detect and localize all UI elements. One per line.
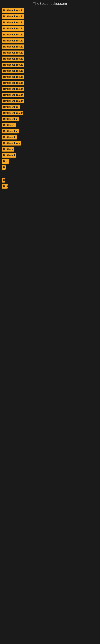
bottleneck-result-badge[interactable]: Bottleneck result: [1, 62, 24, 67]
bottleneck-result-badge[interactable]: Bottlenec: [1, 123, 16, 128]
list-item: Bottleneck: [0, 135, 100, 140]
bottleneck-result-badge[interactable]: Bottleneck r: [1, 129, 19, 134]
bottleneck-result-badge[interactable]: Bottleneck result: [1, 44, 24, 49]
bottleneck-result-badge[interactable]: Bottleneck result: [1, 99, 24, 103]
list-item: B: [0, 165, 100, 170]
list-item: B: [0, 178, 100, 183]
bottleneck-result-badge[interactable]: Bottlens: [1, 147, 14, 152]
list-item: Bottleneck result: [0, 62, 100, 68]
list-item: Bott: [0, 184, 100, 190]
list-item: Bottleneck r: [0, 117, 100, 122]
list-item: Bottleneck result: [0, 81, 100, 86]
site-title: TheBottlenecker.com: [0, 0, 100, 8]
list-item: Bot: [0, 159, 100, 164]
bottleneck-result-badge[interactable]: Bottleneck result: [1, 8, 24, 13]
bottleneck-result-badge[interactable]: Bottleneck result: [1, 20, 24, 25]
list-item: Bottleneck result: [0, 50, 100, 56]
list-item: Bottleneck re: [0, 105, 100, 110]
bottleneck-result-badge[interactable]: Bottleneck: [1, 153, 16, 158]
bottleneck-result-badge[interactable]: Bottleneck result: [1, 32, 24, 37]
list-item: Bottleneck: [0, 153, 100, 158]
bottleneck-result-badge[interactable]: Bottleneck result: [1, 38, 24, 43]
list-item: Bottleneck result: [0, 44, 100, 50]
bottleneck-result-badge[interactable]: Bottleneck res: [1, 141, 21, 146]
bottleneck-result-badge[interactable]: Bottleneck result: [1, 111, 23, 115]
list-item: Bottleneck result: [0, 56, 100, 62]
list-item: Bottleneck result: [0, 8, 100, 14]
list-item: Bottleneck result: [0, 26, 100, 32]
bottleneck-result-badge[interactable]: Bottleneck result: [1, 56, 24, 61]
list-item: Bottleneck result: [0, 38, 100, 44]
list-item: Bottleneck result: [0, 69, 100, 74]
list-item: Bottleneck r: [0, 129, 100, 134]
list-item: [0, 171, 100, 177]
bottleneck-result-badge[interactable]: Bottleneck result: [1, 69, 24, 73]
bottleneck-result-badge[interactable]: Bot: [1, 159, 9, 164]
bottleneck-result-badge[interactable]: B: [1, 165, 6, 170]
list-item: Bottleneck result: [0, 32, 100, 38]
bottleneck-result-badge[interactable]: Bott: [1, 184, 8, 188]
list-item: Bottleneck result: [0, 14, 100, 20]
bottleneck-result-badge[interactable]: Bottleneck result: [1, 75, 24, 79]
list-item: Bottleneck result: [0, 99, 100, 104]
bottleneck-result-badge[interactable]: Bottleneck result: [1, 14, 24, 19]
list-item: Bottleneck result: [0, 20, 100, 26]
bottleneck-result-badge[interactable]: B: [1, 178, 5, 182]
bottleneck-result-badge[interactable]: Bottleneck: [1, 135, 17, 140]
list-item: Bottleneck result: [0, 75, 100, 80]
list-item: Bottlens: [0, 147, 100, 152]
bottleneck-result-badge[interactable]: Bottleneck r: [1, 117, 19, 121]
list-item: Bottleneck result: [0, 111, 100, 116]
bottleneck-result-badge[interactable]: Bottleneck result: [1, 93, 24, 97]
list-item: Bottlenec: [0, 123, 100, 128]
list-item: Bottleneck result: [0, 87, 100, 92]
list-item: Bottleneck result: [0, 93, 100, 98]
bottleneck-result-badge[interactable]: Bottleneck result: [1, 81, 24, 85]
bottleneck-result-badge[interactable]: Bottleneck result: [1, 87, 24, 91]
list-item: Bottleneck res: [0, 141, 100, 146]
bottleneck-result-badge[interactable]: Bottleneck re: [1, 105, 20, 109]
bottleneck-result-badge[interactable]: Bottleneck result: [1, 50, 24, 55]
bottleneck-result-badge[interactable]: Bottleneck result: [1, 26, 24, 31]
